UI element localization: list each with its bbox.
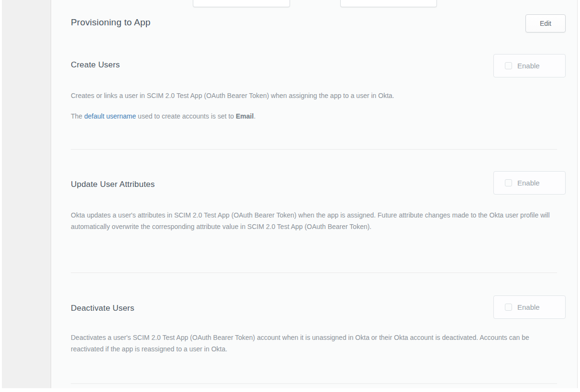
enable-label: Enable [517, 303, 540, 311]
enable-label: Enable [517, 62, 540, 70]
provisioning-panel: Provisioning to App Edit Create Users En… [52, 0, 578, 388]
checkbox-icon[interactable] [505, 62, 512, 69]
cutoff-field-2[interactable] [340, 0, 437, 7]
checkbox-icon[interactable] [505, 179, 512, 186]
create-users-description: Creates or links a user in SCIM 2.0 Test… [71, 90, 560, 101]
cutoff-field-1[interactable] [193, 0, 290, 7]
enable-toggle-update-user-attributes[interactable]: Enable [493, 171, 566, 195]
note-bold-email: Email [236, 112, 254, 120]
enable-label: Enable [517, 179, 540, 187]
section-title-create-users: Create Users [71, 60, 120, 70]
section-divider [71, 383, 557, 384]
note-mid: used to create accounts is set to [136, 112, 236, 120]
section-title-deactivate-users: Deactivate Users [71, 304, 134, 313]
deactivate-users-description: Deactivates a user's SCIM 2.0 Test App (… [71, 332, 560, 355]
default-username-link[interactable]: default username [84, 112, 136, 120]
section-divider [71, 149, 557, 150]
left-nav-rail [2, 0, 51, 388]
update-user-attributes-description: Okta updates a user's attributes in SCIM… [71, 209, 560, 232]
section-divider [71, 272, 557, 273]
page-title: Provisioning to App [71, 17, 150, 28]
section-title-update-user-attributes: Update User Attributes [71, 180, 155, 189]
page: Provisioning to App Edit Create Users En… [0, 0, 580, 392]
edit-button[interactable]: Edit [525, 14, 566, 33]
enable-toggle-deactivate-users[interactable]: Enable [493, 295, 566, 319]
note-pre: The [71, 112, 84, 120]
note-post: . [254, 112, 256, 120]
checkbox-icon[interactable] [505, 304, 512, 311]
default-username-note: The default username used to create acco… [71, 110, 560, 122]
enable-toggle-create-users[interactable]: Enable [493, 54, 566, 77]
